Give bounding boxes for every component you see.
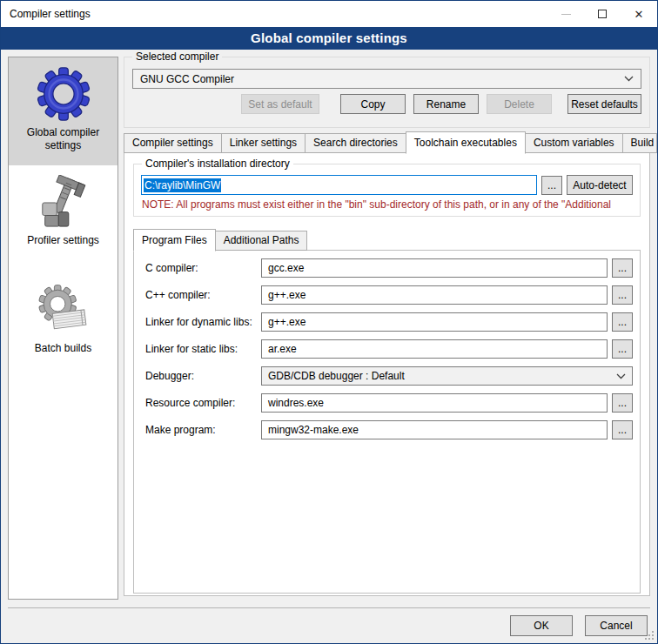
program-files-page: C compiler: gcc.exe ... C++ compiler: g+… [133, 250, 641, 594]
dialog-footer: OK Cancel [8, 607, 650, 643]
field-row: Debugger: GDB/CDB debugger : Default ... [141, 366, 633, 386]
main-tabstrip: Compiler settingsLinker settingsSearch d… [124, 131, 650, 153]
main-tab[interactable]: Toolchain executables [406, 131, 526, 154]
field-label: Linker for dynamic libs: [141, 316, 261, 328]
compiler-actions: Set as defaultCopyRenameDeleteReset defa… [124, 94, 649, 114]
field-input[interactable]: windres.exe [261, 393, 608, 413]
field-row: C compiler: gcc.exe ... [141, 258, 633, 278]
installation-directory-row: C:\raylib\MinGW ... Auto-detect [141, 175, 633, 195]
resize-grip[interactable] [644, 630, 655, 641]
field-input[interactable]: gcc.exe [261, 258, 608, 278]
ok-button[interactable]: OK [510, 615, 573, 636]
sidebar-item-icon [9, 66, 118, 122]
window-controls: ✕ [547, 1, 657, 27]
browse-button[interactable]: ... [612, 258, 633, 278]
compiler-select[interactable]: GNU GCC Compiler [132, 69, 641, 89]
titlebar: Compiler settings ✕ [1, 1, 657, 27]
installation-directory-input[interactable]: C:\raylib\MinGW [141, 175, 537, 195]
minimize-button[interactable] [547, 1, 584, 27]
compiler-settings-dialog: Compiler settings ✕ Global compiler sett… [0, 0, 658, 644]
close-button[interactable]: ✕ [621, 1, 657, 27]
main-tabs: Compiler settingsLinker settingsSearch d… [124, 131, 656, 153]
field-value: GDB/CDB debugger : Default [268, 370, 405, 382]
compiler-select-value: GNU GCC Compiler [140, 73, 234, 85]
main-tab[interactable]: Custom variables [525, 133, 623, 153]
field-label: Debugger: [141, 370, 261, 382]
sidebar-item[interactable]: Batch builds [9, 273, 118, 381]
sidebar-item[interactable]: Global compiler settings [9, 57, 118, 165]
sidebar-item-icon [9, 174, 118, 230]
browse-button[interactable]: ... [612, 339, 633, 359]
field-label: Resource compiler: [141, 397, 261, 409]
field-input[interactable]: mingw32-make.exe [261, 420, 608, 439]
bin-subdirectory-note: NOTE: All programs must exist either in … [142, 198, 633, 211]
toolchain-executables-page: Compiler's installation directory C:\ray… [124, 152, 650, 596]
cancel-button[interactable]: Cancel [585, 615, 648, 636]
browse-button[interactable]: ... [612, 393, 633, 413]
main-tab[interactable]: Build options [622, 133, 657, 153]
main-tab[interactable]: Linker settings [221, 133, 306, 153]
program-tabstrip: Program FilesAdditional Paths [133, 229, 641, 251]
field-row: Make program: mingw32-make.exe ... [141, 420, 633, 439]
page-title: Global compiler settings [1, 27, 657, 50]
field-label: C++ compiler: [141, 289, 261, 301]
field-label: Make program: [141, 424, 261, 436]
field-label: Linker for static libs: [141, 343, 261, 355]
sidebar-item-label: Global compiler settings [9, 126, 118, 152]
field-input[interactable]: GDB/CDB debugger : Default [261, 366, 633, 386]
sidebar-item[interactable]: Profiler settings [9, 165, 118, 273]
maximize-icon [598, 10, 607, 18]
field-value: g++.exe [268, 289, 306, 301]
sidebar-item-icon [9, 282, 118, 338]
field-value: windres.exe [268, 397, 324, 409]
installation-directory-value: C:\raylib\MinGW [144, 178, 221, 192]
field-row: Resource compiler: windres.exe ... [141, 393, 633, 413]
compiler-action-button[interactable]: Copy [340, 94, 406, 114]
window-title: Compiler settings [1, 8, 91, 20]
close-icon: ✕ [634, 9, 644, 20]
settings-category-list: Global compiler settings [8, 57, 118, 600]
settings-content: Selected compiler GNU GCC Compiler Set a… [124, 57, 650, 596]
installation-directory-group: Compiler's installation directory C:\ray… [133, 164, 641, 217]
minimize-icon [561, 14, 571, 15]
program-tabs: Program FilesAdditional Paths [133, 229, 306, 251]
sidebar-item-label: Batch builds [9, 342, 118, 355]
caliper-icon [37, 175, 91, 229]
field-value: mingw32-make.exe [268, 424, 359, 436]
compiler-action-button[interactable]: Delete [487, 94, 552, 114]
gear-stack-icon [37, 283, 91, 337]
browse-button[interactable]: ... [612, 312, 633, 332]
main-tab[interactable]: Compiler settings [124, 133, 222, 153]
chevron-down-icon [616, 373, 626, 379]
program-tab[interactable]: Program Files [133, 229, 216, 252]
installation-directory-group-label: Compiler's installation directory [142, 158, 293, 170]
browse-button[interactable]: ... [612, 420, 633, 439]
selected-compiler-group-label: Selected compiler [132, 50, 222, 63]
compiler-action-button[interactable]: Reset defaults [567, 94, 641, 114]
auto-detect-button[interactable]: Auto-detect [567, 175, 633, 195]
field-value: gcc.exe [268, 262, 304, 274]
field-value: g++.exe [268, 316, 306, 328]
field-row: C++ compiler: g++.exe ... [141, 285, 633, 305]
field-row: Linker for dynamic libs: g++.exe ... [141, 312, 633, 332]
dialog-body: Global compiler settings [1, 50, 657, 643]
browse-directory-button[interactable]: ... [541, 176, 562, 195]
blue-gear-icon [37, 67, 91, 121]
sidebar-item-label: Profiler settings [9, 234, 118, 247]
chevron-down-icon [624, 76, 634, 82]
field-row: Linker for static libs: ar.exe ... [141, 339, 633, 359]
field-label: C compiler: [141, 262, 261, 274]
compiler-action-button[interactable]: Rename [413, 94, 479, 114]
maximize-button[interactable] [584, 1, 621, 27]
field-value: ar.exe [268, 343, 297, 355]
main-tab[interactable]: Search directories [305, 133, 406, 153]
program-tab[interactable]: Additional Paths [215, 231, 308, 251]
compiler-action-button[interactable]: Set as default [241, 94, 319, 114]
browse-button[interactable]: ... [612, 285, 633, 305]
field-input[interactable]: g++.exe [261, 312, 608, 332]
selected-compiler-group: Selected compiler GNU GCC Compiler Set a… [124, 57, 650, 128]
field-input[interactable]: ar.exe [261, 339, 608, 359]
field-input[interactable]: g++.exe [261, 285, 608, 305]
